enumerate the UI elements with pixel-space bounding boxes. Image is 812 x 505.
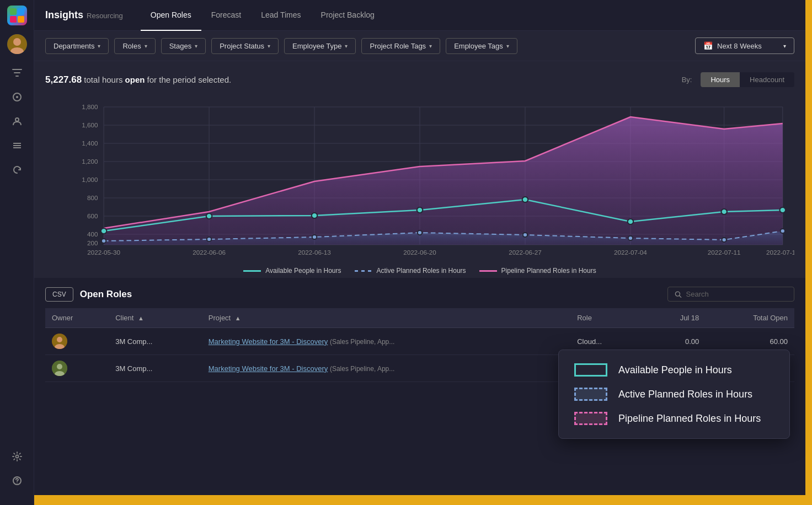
search-box — [667, 287, 794, 302]
right-accent-bar — [805, 0, 812, 505]
sidebar-item-list[interactable] — [7, 136, 27, 155]
sidebar — [0, 0, 34, 505]
col-header-total-open: Total Open — [706, 308, 794, 328]
svg-text:2022-06-13: 2022-06-13 — [298, 249, 331, 256]
cell-owner — [45, 328, 109, 355]
svg-marker-50 — [104, 117, 783, 245]
legend-line-green — [243, 270, 261, 272]
filter-project-role-tags[interactable]: Project Role Tags ▾ — [361, 38, 440, 54]
svg-rect-0 — [10, 8, 17, 15]
svg-rect-3 — [18, 16, 24, 23]
calendar-icon: 📅 — [703, 41, 713, 50]
tab-lead-times[interactable]: Lead Times — [251, 0, 311, 31]
legend-active: Active Planned Roles in Hours — [355, 267, 466, 275]
filter-roles[interactable]: Roles ▾ — [114, 38, 155, 54]
chevron-down-icon: ▾ — [506, 43, 509, 49]
svg-point-62 — [312, 235, 317, 239]
chart-summary: 5,227.68 total hours open for the period… — [45, 74, 231, 85]
svg-text:2022-06-06: 2022-06-06 — [193, 249, 226, 256]
toggle-headcount[interactable]: Headcount — [740, 72, 794, 87]
legend-box-pipeline — [574, 412, 607, 425]
legend-overlay-item-pipeline: Pipeline Planned Roles in Hours — [574, 412, 774, 425]
svg-text:2022-07-18: 2022-07-18 — [766, 249, 794, 256]
cell-client: 3M Comp... — [109, 328, 202, 355]
legend-overlay: Available People in Hours Active Planned… — [558, 350, 790, 439]
app-logo — [7, 6, 27, 25]
col-header-client[interactable]: Client ▲ — [109, 308, 202, 328]
filter-employee-tags[interactable]: Employee Tags ▾ — [446, 38, 517, 54]
svg-point-59 — [779, 207, 786, 213]
filter-bar: Departments ▾ Roles ▾ Stages ▾ Project S… — [34, 31, 805, 61]
legend-available: Available People in Hours — [243, 267, 341, 275]
sidebar-item-dashboard[interactable] — [7, 87, 27, 107]
csv-button[interactable]: CSV — [45, 287, 73, 302]
sidebar-item-help[interactable] — [7, 471, 27, 491]
chart-toggle: Hours Headcount — [701, 72, 794, 87]
svg-text:800: 800 — [87, 195, 98, 201]
search-input[interactable] — [686, 290, 787, 298]
svg-text:1,600: 1,600 — [82, 122, 98, 128]
tab-open-roles[interactable]: Open Roles — [141, 0, 201, 31]
svg-text:2022-07-11: 2022-07-11 — [708, 249, 741, 256]
cell-project: Marketing Website for 3M - Discovery (Sa… — [202, 355, 570, 382]
svg-point-55 — [417, 207, 423, 213]
svg-point-53 — [206, 213, 212, 219]
svg-point-54 — [312, 213, 318, 218]
search-icon — [675, 291, 682, 298]
svg-rect-2 — [10, 16, 17, 23]
svg-text:1,800: 1,800 — [82, 104, 98, 110]
table-title: Open Roles — [80, 289, 132, 300]
sidebar-item-refresh[interactable] — [7, 160, 27, 180]
legend-box-blue-swatch — [574, 388, 607, 401]
sort-icon: ▲ — [138, 315, 144, 321]
legend-overlay-item-active: Active Planned Roles in Hours — [574, 388, 774, 401]
svg-text:200: 200 — [87, 240, 98, 246]
tab-project-backlog[interactable]: Project Backlog — [311, 0, 384, 31]
svg-text:1,200: 1,200 — [82, 158, 98, 165]
toggle-hours[interactable]: Hours — [701, 72, 740, 87]
legend-box-active — [574, 388, 607, 401]
sidebar-item-filter[interactable] — [7, 63, 27, 83]
table-header: CSV Open Roles — [45, 287, 794, 302]
svg-line-69 — [680, 296, 681, 297]
svg-point-58 — [721, 209, 727, 214]
avatar[interactable] — [7, 34, 27, 54]
tab-forecast[interactable]: Forecast — [201, 0, 251, 31]
svg-point-74 — [57, 364, 62, 369]
col-header-project[interactable]: Project ▲ — [202, 308, 570, 328]
chevron-down-icon: ▾ — [268, 43, 270, 49]
svg-point-71 — [57, 337, 62, 342]
date-range-picker[interactable]: 📅 Next 8 Weeks ▾ — [695, 37, 794, 54]
svg-text:2022-05-30: 2022-05-30 — [87, 249, 120, 256]
chevron-down-icon: ▾ — [145, 43, 147, 49]
svg-point-65 — [628, 236, 633, 240]
col-header-jul18: Jul 18 — [646, 308, 706, 328]
svg-rect-1 — [18, 8, 24, 15]
svg-text:2022-06-20: 2022-06-20 — [403, 249, 436, 256]
svg-point-67 — [781, 229, 785, 233]
sidebar-item-people[interactable] — [7, 111, 27, 131]
chevron-down-icon: ▾ — [783, 43, 786, 49]
chart-open-label: open — [125, 75, 145, 84]
owner-avatar — [52, 334, 67, 349]
svg-point-15 — [17, 482, 18, 483]
legend-pipeline: Pipeline Planned Roles in Hours — [479, 267, 596, 275]
filter-employee-type[interactable]: Employee Type ▾ — [284, 38, 356, 54]
legend-box-available — [574, 363, 607, 377]
svg-point-52 — [101, 228, 107, 234]
chart-canvas: 1,800 1,600 1,400 1,200 1,000 800 600 40… — [45, 96, 794, 272]
bottom-bar — [34, 495, 805, 505]
svg-text:2022-06-27: 2022-06-27 — [509, 249, 542, 256]
legend-box-green-swatch — [574, 363, 607, 377]
svg-point-56 — [522, 197, 528, 202]
brand-name: Insights — [45, 9, 83, 21]
owner-avatar — [52, 361, 67, 376]
filter-stages[interactable]: Stages ▾ — [161, 38, 206, 54]
col-header-role: Role — [570, 308, 646, 328]
chevron-down-icon: ▾ — [195, 43, 197, 49]
svg-text:600: 600 — [87, 213, 98, 219]
sidebar-item-settings[interactable] — [7, 447, 27, 466]
sort-icon: ▲ — [235, 315, 241, 321]
filter-project-status[interactable]: Project Status ▾ — [211, 38, 279, 54]
filter-departments[interactable]: Departments ▾ — [45, 38, 109, 54]
